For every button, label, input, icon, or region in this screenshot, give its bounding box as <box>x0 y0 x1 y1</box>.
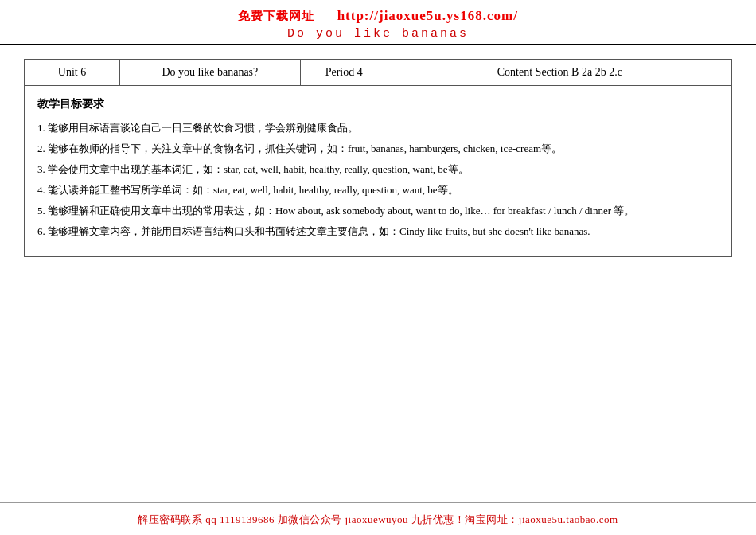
table-header-row: Unit 6 Do you like bananas? Period 4 Con… <box>25 60 731 86</box>
page-wrapper: 免费下载网址 http://jiaoxue5u.ys168.com/ Do yo… <box>0 0 756 535</box>
cell-lesson-title: Do you like bananas? <box>120 60 301 85</box>
table-body: 教学目标要求 1. 能够用目标语言谈论自己一日三餐的饮食习惯，学会辨别健康食品。… <box>25 86 731 256</box>
lesson-table: Unit 6 Do you like bananas? Period 4 Con… <box>24 59 732 257</box>
download-text-label: 免费下载网址 <box>238 10 314 22</box>
footer-text: 解压密码联系 qq 1119139686 加微信公众号 jiaoxuewuyou… <box>138 514 618 525</box>
list-item: 6. 能够理解文章内容，并能用目标语言结构口头和书面转述文章主要信息，如：Cin… <box>37 221 719 242</box>
cell-period: Period 4 <box>301 60 388 85</box>
section-title: 教学目标要求 <box>37 97 719 111</box>
list-item: 1. 能够用目标语言谈论自己一日三餐的饮食习惯，学会辨别健康食品。 <box>37 118 719 139</box>
top-header: 免费下载网址 http://jiaoxue5u.ys168.com/ Do yo… <box>0 0 756 45</box>
footer: 解压密码联系 qq 1119139686 加微信公众号 jiaoxuewuyou… <box>0 502 756 535</box>
list-item: 2. 能够在教师的指导下，关注文章中的食物名词，抓住关键词，如：fruit, b… <box>37 139 719 159</box>
download-line: 免费下载网址 http://jiaoxue5u.ys168.com/ <box>0 8 756 24</box>
cell-unit: Unit 6 <box>25 60 120 85</box>
objective-list: 1. 能够用目标语言谈论自己一日三餐的饮食习惯，学会辨别健康食品。 2. 能够在… <box>37 118 719 242</box>
subtitle: Do you like bananas <box>0 27 756 41</box>
main-content: Unit 6 Do you like bananas? Period 4 Con… <box>0 45 756 502</box>
list-item: 4. 能认读并能工整书写所学单词：如：star, eat, well, habi… <box>37 180 719 201</box>
download-url: http://jiaoxue5u.ys168.com/ <box>337 8 518 23</box>
list-item: 5. 能够理解和正确使用文章中出现的常用表达，如：How about, ask … <box>37 201 719 221</box>
spacer <box>24 257 732 494</box>
cell-content: Content Section B 2a 2b 2.c <box>388 60 731 85</box>
list-item: 3. 学会使用文章中出现的基本词汇，如：star, eat, well, hab… <box>37 159 719 180</box>
